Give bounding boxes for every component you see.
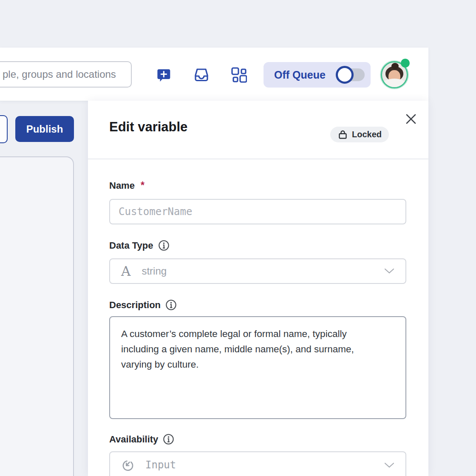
string-type-icon: A [121,264,130,279]
availability-select[interactable]: Input [109,451,406,476]
info-icon[interactable] [163,434,174,445]
off-queue-label: Off Queue [274,69,326,81]
name-field-label: Name * [109,180,144,191]
queue-toggle-switch[interactable] [337,68,365,81]
apps-grid-icon[interactable] [230,66,247,83]
description-textarea[interactable]: A customer’s complete legal or formal na… [109,316,406,419]
availability-value: Input [145,459,176,471]
panel-title: Edit variable [109,119,187,135]
locked-badge-label: Locked [352,130,382,139]
panel-header-divider [88,159,428,159]
lock-icon [337,129,348,140]
new-chat-icon[interactable] [156,66,173,83]
off-queue-toggle-pill[interactable]: Off Queue [264,62,371,88]
toggle-knob[interactable] [336,66,354,84]
publish-button[interactable]: Publish [15,116,74,142]
data-type-select[interactable]: A string [109,258,406,284]
description-field-label: Description [109,299,177,311]
data-type-field-label: Data Type [109,240,170,251]
user-avatar[interactable] [381,61,408,88]
chevron-down-icon [384,268,394,274]
edit-variable-panel: Edit variable Locked Name * Data Type [88,101,428,476]
search-input[interactable] [0,61,132,88]
top-header-bar: Off Queue [0,48,428,101]
info-icon[interactable] [158,240,170,251]
availability-field-label: Availability [109,434,174,445]
name-input[interactable] [109,199,406,224]
required-asterisk: * [141,180,144,191]
presence-status-dot [401,59,410,68]
left-sidebar-panel [0,156,74,476]
input-arrow-icon [121,459,134,472]
data-type-value: string [142,265,167,277]
chevron-down-icon [384,462,394,468]
close-icon[interactable] [405,113,417,125]
page: Off Queue Publish Edit variable Locked [0,0,476,476]
inbox-icon[interactable] [193,66,210,83]
secondary-action-button-cutoff[interactable] [0,115,8,143]
info-icon[interactable] [165,299,177,311]
locked-badge: Locked [330,127,389,142]
